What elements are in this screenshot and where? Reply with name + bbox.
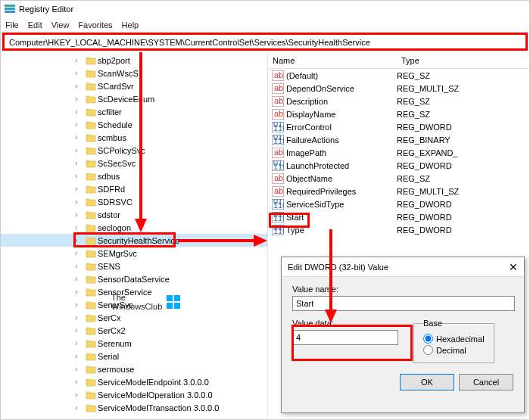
tree-item[interactable]: ›SerCx — [1, 311, 267, 324]
menu-favorites[interactable]: Favorites — [78, 20, 112, 30]
chevron-right-icon[interactable]: › — [75, 262, 84, 270]
svg-text:110: 110 — [273, 226, 284, 235]
value-row[interactable]: ab(Default)REG_SZ — [268, 69, 529, 82]
tree-item[interactable]: ›ServiceModelTransaction 3.0.0.0 — [1, 401, 267, 414]
dec-radio[interactable] — [423, 345, 433, 355]
tree-item[interactable]: ›seclogon — [1, 221, 267, 234]
menu-edit[interactable]: Edit — [28, 20, 42, 30]
chevron-right-icon[interactable]: › — [75, 313, 84, 322]
hex-radio[interactable] — [423, 334, 433, 344]
chevron-right-icon[interactable]: › — [75, 249, 84, 257]
chevron-right-icon[interactable]: › — [75, 146, 84, 154]
chevron-right-icon[interactable]: › — [75, 365, 84, 373]
tree-item-label: ServiceModelTransaction 3.0.0.0 — [98, 403, 219, 412]
tree-item[interactable]: ›scfilter — [1, 105, 267, 118]
tree-item[interactable]: ›Serial — [1, 350, 267, 362]
value-row[interactable]: 011110LaunchProtectedREG_DWORD — [268, 159, 529, 172]
value-row[interactable]: abRequiredPrivilegesREG_MULTI_SZ — [268, 185, 529, 198]
tree-item[interactable]: ›SCPolicySvc — [1, 144, 267, 157]
chevron-right-icon[interactable]: › — [75, 185, 84, 193]
tree-item[interactable]: ›SDRSVC — [1, 195, 267, 208]
chevron-right-icon[interactable]: › — [75, 326, 84, 334]
ok-button[interactable]: OK — [400, 374, 454, 390]
chevron-right-icon[interactable]: › — [75, 275, 84, 283]
value-name-label: Value name: — [292, 285, 513, 294]
value-type: REG_EXPAND_ — [397, 148, 488, 157]
menu-view[interactable]: View — [51, 20, 70, 30]
cancel-button[interactable]: Cancel — [459, 374, 513, 390]
tree-item[interactable]: ›sermouse — [1, 362, 267, 375]
value-row[interactable]: abObjectNameREG_SZ — [268, 172, 529, 185]
address-bar[interactable] — [4, 34, 526, 51]
value-row[interactable]: 011110ServiceSidTypeREG_DWORD — [268, 198, 529, 210]
tree-item[interactable]: ›ScanWscS — [1, 67, 267, 79]
value-row[interactable]: abImagePathREG_EXPAND_ — [268, 146, 529, 159]
chevron-right-icon[interactable]: › — [75, 107, 84, 116]
chevron-right-icon[interactable]: › — [75, 352, 84, 360]
tree-item[interactable]: ›ScDeviceEnum — [1, 92, 267, 105]
tree-item[interactable]: ›SensorDataService — [1, 272, 267, 285]
tree-item[interactable]: ›ServiceModelOperation 3.0.0.0 — [1, 388, 267, 401]
chevron-right-icon[interactable]: › — [75, 210, 84, 219]
value-row[interactable]: abDependOnServiceREG_MULTI_SZ — [268, 82, 529, 95]
column-name[interactable]: Name — [268, 56, 397, 65]
tree-item[interactable]: ›Schedule — [1, 118, 267, 131]
chevron-right-icon[interactable]: › — [75, 56, 84, 64]
value-name: DisplayName — [286, 110, 397, 119]
tree-item[interactable]: ›sdstor — [1, 208, 267, 221]
chevron-right-icon[interactable]: › — [75, 69, 84, 77]
value-row[interactable]: 011110FailureActionsREG_BINARY — [268, 133, 529, 146]
tree-item[interactable]: ›scmbus — [1, 131, 267, 144]
close-icon[interactable]: ✕ — [509, 261, 518, 273]
tree-item[interactable]: ›ScSecSvc — [1, 157, 267, 170]
value-name: Description — [286, 97, 397, 106]
tree-item[interactable]: ›sdbus — [1, 170, 267, 182]
tree-item[interactable]: ›SerCx2 — [1, 324, 267, 337]
tree-item-label: SensorDataService — [98, 275, 170, 284]
value-name-input[interactable] — [292, 296, 515, 311]
value-row[interactable]: 011110ErrorControlREG_DWORD — [268, 120, 529, 133]
value-row[interactable]: abDescriptionREG_SZ — [268, 95, 529, 107]
chevron-right-icon[interactable]: › — [75, 288, 84, 296]
chevron-right-icon[interactable]: › — [75, 133, 84, 142]
chevron-right-icon[interactable]: › — [75, 95, 84, 103]
chevron-right-icon[interactable]: › — [75, 236, 84, 244]
tree-item[interactable]: ›sbp2port — [1, 54, 267, 67]
menu-file[interactable]: File — [5, 20, 19, 30]
tree-item[interactable]: ›SENS — [1, 260, 267, 272]
svg-text:ab: ab — [274, 70, 283, 79]
chevron-right-icon[interactable]: › — [75, 339, 84, 347]
chevron-right-icon[interactable]: › — [75, 159, 84, 167]
tree-item-label: Schedule — [98, 120, 132, 129]
value-data-input[interactable] — [292, 330, 398, 345]
tree-item[interactable]: ›SDFRd — [1, 182, 267, 195]
chevron-right-icon[interactable]: › — [75, 120, 84, 129]
dialog-titlebar[interactable]: Edit DWORD (32-bit) Value ✕ — [282, 257, 524, 277]
tree-item[interactable]: ›SEMgrSvc — [1, 247, 267, 260]
chevron-right-icon[interactable]: › — [75, 223, 84, 232]
value-type: REG_DWORD — [397, 123, 488, 132]
tree-item[interactable]: ›ServiceModelEndpoint 3.0.0.0 — [1, 375, 267, 388]
menu-help[interactable]: Help — [122, 20, 139, 30]
tree-item[interactable]: ›SecurityHealthService — [1, 234, 267, 247]
chevron-right-icon[interactable]: › — [75, 82, 84, 90]
chevron-right-icon[interactable]: › — [75, 390, 84, 399]
svg-text:110: 110 — [273, 162, 284, 171]
tree-item[interactable]: ›SCardSvr — [1, 79, 267, 92]
value-row[interactable]: abDisplayNameREG_SZ — [268, 107, 529, 120]
tree-pane[interactable]: ›sbp2port›ScanWscS›SCardSvr›ScDeviceEnum… — [1, 52, 267, 419]
chevron-right-icon[interactable]: › — [75, 198, 84, 206]
list-header: Name Type — [268, 52, 529, 69]
tree-item-label: SerCx2 — [98, 326, 126, 335]
value-row[interactable]: 011110TypeREG_DWORD — [268, 223, 529, 236]
value-name: ErrorControl — [286, 123, 397, 132]
value-row[interactable]: 011110StartREG_DWORD — [268, 210, 529, 223]
list-body: ab(Default)REG_SZabDependOnServiceREG_MU… — [268, 69, 529, 236]
chevron-right-icon[interactable]: › — [75, 403, 84, 412]
chevron-right-icon[interactable]: › — [75, 172, 84, 180]
chevron-right-icon[interactable]: › — [75, 378, 84, 386]
chevron-right-icon[interactable]: › — [75, 300, 84, 309]
column-type[interactable]: Type — [397, 56, 488, 65]
tree-item[interactable]: ›Serenum — [1, 337, 267, 350]
address-input[interactable] — [9, 38, 521, 47]
